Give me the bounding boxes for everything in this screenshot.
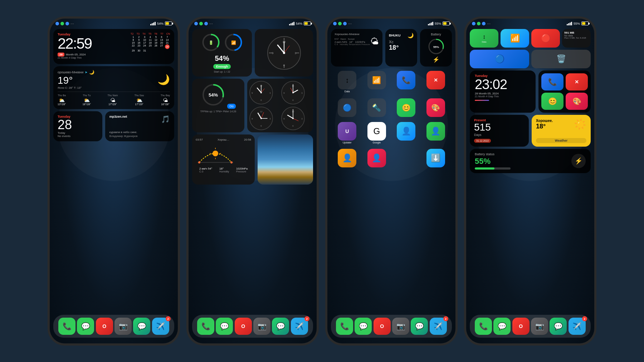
cal-h-cn: CN <box>166 33 170 35</box>
p4-side-face[interactable]: 😊 <box>541 93 564 110</box>
p3-temp-label: Xс <box>389 40 414 44</box>
p4-side-phone[interactable]: 📞 <box>541 73 564 90</box>
p3-apps-row2: 🔵 🔦 😊 🎨 <box>331 96 452 119</box>
batt-detail-svg: 54% <box>201 82 226 107</box>
dock-telegram-p4[interactable]: ✈️ 2 <box>569 318 586 335</box>
telegram-badge-p2: 2 <box>304 316 309 321</box>
svg-text:12: 12 <box>260 111 262 113</box>
dock-opera-p4[interactable]: O <box>512 318 530 335</box>
batt-circle-p3: 55% <box>427 38 445 55</box>
p4-icon-data[interactable]: ↕️ Data <box>470 29 498 48</box>
bar3 <box>153 23 154 25</box>
p3-app-face[interactable]: 😊 <box>397 98 415 117</box>
batt-clock-row: 🔋 📶 54% Enough Start up: 1 / 22 <box>192 29 313 77</box>
p3-app-game[interactable]: ✕ <box>426 71 445 93</box>
weather-location: орошево-Мневни <box>58 70 83 74</box>
weather-icon: 🌙 <box>157 74 170 85</box>
dock-3: 📞 💬 O 📷 💬 ✈️ 2 <box>331 315 452 338</box>
status-dots-2: ··· <box>194 22 213 25</box>
dock-messages-p3[interactable]: 💬 <box>355 318 372 335</box>
svg-point-64 <box>198 161 200 163</box>
p4-bottom-row: Present 515 Days 31.12.2022 Хорошее. 18°… <box>470 115 591 147</box>
dot-green <box>60 22 64 25</box>
cal-header: Tuesday 22:59 28 Month 05, 2024 21 Month… <box>58 33 170 59</box>
dock-whatsapp-p3[interactable]: 💬 <box>411 318 428 335</box>
battery-top-widget: 🔋 📶 54% Enough Start up: 1 / 22 <box>192 29 252 77</box>
dock-phone-p3[interactable]: 📞 <box>336 318 353 335</box>
dock-camera-p4[interactable]: 📷 <box>531 318 548 335</box>
dock-whatsapp-p4[interactable]: 💬 <box>550 318 567 335</box>
dock-messages-p2[interactable]: 💬 <box>216 318 233 335</box>
cal-h-t5: T5 <box>148 33 151 35</box>
dock-app-opera[interactable]: O <box>96 318 113 335</box>
dock-opera-p2[interactable]: O <box>235 318 252 335</box>
phone-1: ··· 54% Tuesday 22:59 28 <box>48 16 180 346</box>
batt-status-label: Battery status <box>475 152 511 156</box>
phone3-content: Хорошево-Мневни 8.57 Dacm Sunset 2 км/ч … <box>327 29 455 170</box>
events-widget: Tuesday 28 Today No events mp3zen.net 🎵 … <box>53 111 174 141</box>
p3-city: ВHUKU <box>389 34 401 37</box>
p4-side-game[interactable]: ✕ <box>566 73 588 90</box>
song-title: куравли в небо сине. <box>109 131 170 134</box>
weather-left: орошево-Мневни ➤ 🌙 19° Ясно С: 28° Т: 13… <box>58 70 94 89</box>
svg-text:55%: 55% <box>433 45 439 49</box>
clock-mini-1: 12 3 6 9 <box>249 80 274 105</box>
p4-icon-record[interactable]: 🔴 <box>531 29 560 48</box>
dock-phone-p2[interactable]: 📞 <box>197 318 214 335</box>
p3-app-contacts4[interactable]: 👤 <box>367 149 386 167</box>
p3-app-contacts1[interactable]: 👤 <box>397 122 415 144</box>
p4-side-art[interactable]: 🎨 <box>566 93 588 110</box>
dock-telegram-p3[interactable]: ✈️ 2 <box>430 318 447 335</box>
dock-app-telegram[interactable]: ✈️ 2 <box>152 318 169 335</box>
p3-weather-widget: Хорошево-Мневни 8.57 Dacm Sunset 2 км/ч … <box>331 29 382 67</box>
p3-app-bt[interactable]: 🔵 <box>338 98 356 117</box>
dock-apps-2: 📞 💬 O 📷 💬 ✈️ 2 <box>192 315 313 338</box>
dock-apps-4: 📞 💬 O 📷 💬 ✈️ 2 <box>470 315 591 338</box>
p3-app-wifi[interactable]: 📶 <box>367 71 386 93</box>
dock-phone-p4[interactable]: 📞 <box>475 318 492 335</box>
batt-progress-fill <box>475 167 494 170</box>
dock-app-whatsapp[interactable]: 💬 <box>133 318 150 335</box>
dock-whatsapp-p2[interactable]: 💬 <box>272 318 289 335</box>
p3-app-phone[interactable]: 📞 <box>397 71 415 93</box>
dock-app-camera[interactable]: 📷 <box>114 318 132 335</box>
dock-messages-p4[interactable]: 💬 <box>493 318 511 335</box>
p3-app-data[interactable]: ↕️ Data <box>338 71 356 93</box>
p3-app-download[interactable]: ⬇️ <box>426 149 445 167</box>
cal-date-text: Month 05, 2024 <box>66 53 86 56</box>
dock-camera-p2[interactable]: 📷 <box>253 318 270 335</box>
p3-app-art[interactable]: 🎨 <box>426 98 445 117</box>
dock-app-messages[interactable]: 💬 <box>77 318 94 335</box>
batt-progress <box>475 167 511 170</box>
p3-app-contacts2[interactable]: 👤 <box>426 122 445 144</box>
p4-weather-city: Хорошее. <box>536 119 553 123</box>
du-badge: Dü <box>227 104 236 109</box>
p3-app-google[interactable]: G Google <box>367 122 386 144</box>
svg-text:3: 3 <box>294 52 296 55</box>
status-dots-4: ··· <box>472 22 491 25</box>
cal-h-t4: T4 <box>142 33 145 35</box>
dawn-time: 03:57 <box>196 138 203 141</box>
dock-opera-p3[interactable]: O <box>374 318 391 335</box>
p4-icon-trash[interactable]: 🗑️ <box>531 50 591 68</box>
sun-arc-svg <box>196 143 235 164</box>
dock-app-phone[interactable]: 📞 <box>58 318 75 335</box>
weather-forecast: Thu Ba ⛅ 13°/28° Thu Tu ⛅ 16°/28° Thu Na… <box>58 92 170 106</box>
dock-telegram-p2[interactable]: ✈️ 2 <box>291 318 308 335</box>
site-name: mp3zen.net <box>109 115 127 118</box>
batt-charge-icon: ⚡ <box>433 56 440 63</box>
p4-icon-bt[interactable]: 🔵 <box>470 50 529 68</box>
event-spotify: mp3zen.net 🎵 куравли в небо сине. Владим… <box>105 111 174 141</box>
dot-blue <box>55 22 59 25</box>
cal-lunar: 21 Month 4 Giap Thin <box>58 57 92 59</box>
event-today: Today <box>58 131 98 134</box>
dock-camera-p3[interactable]: 📷 <box>392 318 409 335</box>
telegram-badge-p4: 2 <box>582 316 587 321</box>
p4-clock-bar <box>475 100 489 101</box>
p4-icon-wifi[interactable]: 📶 <box>501 29 529 48</box>
p3-app-torch[interactable]: 🔦 <box>367 98 386 117</box>
weather-pressure: 1020hPa Pressure <box>236 167 248 173</box>
p3-app-contacts3[interactable]: 👤 <box>338 149 356 167</box>
dock-1: 📞 💬 O 📷 💬 ✈️ 2 <box>53 315 174 338</box>
p3-app-updater[interactable]: U Updater <box>338 122 356 144</box>
